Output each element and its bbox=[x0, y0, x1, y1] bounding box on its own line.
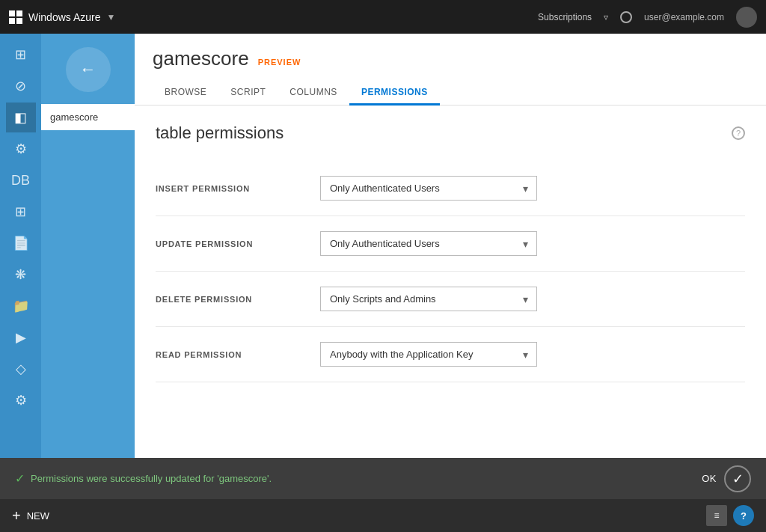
nav-sidebar: ← gamescore bbox=[41, 34, 135, 458]
read-permission-select-wrapper: Only Authenticated Users Only Scripts an… bbox=[320, 342, 537, 367]
filter-icon: ▿ bbox=[604, 12, 608, 22]
help-icon[interactable]: ? bbox=[732, 126, 745, 140]
sidebar-item-media[interactable]: ▶ bbox=[6, 322, 36, 352]
app-title: gamescore bbox=[153, 47, 249, 70]
main-layout: ⊞ ⊘ ◧ ⚙ DB ⊞ 📄 ❋ 📁 ▶ ◇ ⚙ ← gamescore gam… bbox=[0, 34, 766, 458]
sidebar-item-network[interactable]: ❋ bbox=[6, 260, 36, 290]
bottom-bar: ✓ Permissions were successfully updated … bbox=[0, 458, 766, 499]
app-title-row: gamescore PREVIEW bbox=[153, 47, 748, 70]
tab-columns[interactable]: COLUMNS bbox=[278, 81, 349, 106]
topbar: Windows Azure ▼ Subscriptions ▿ user@exa… bbox=[0, 0, 766, 34]
success-message: ✓ Permissions were successfully updated … bbox=[15, 471, 272, 486]
sidebar-item-diamond[interactable]: ◇ bbox=[6, 354, 36, 384]
back-button[interactable]: ← bbox=[66, 47, 111, 92]
sidebar-item-circle[interactable]: ⊘ bbox=[6, 71, 36, 101]
footer-bar: + NEW ≡ ? bbox=[0, 499, 766, 532]
check-icon: ✓ bbox=[15, 471, 25, 486]
sidebar-item-table[interactable]: ⊞ bbox=[6, 197, 36, 227]
plus-icon: + bbox=[12, 507, 21, 525]
sidebar-item-gear[interactable]: ⚙ bbox=[6, 134, 36, 164]
delete-permission-select[interactable]: Only Authenticated Users Only Scripts an… bbox=[320, 287, 537, 311]
sidebar-item-document[interactable]: 📄 bbox=[6, 228, 36, 258]
user-text[interactable]: user@example.com bbox=[644, 12, 724, 22]
content-tabs: BROWSE SCRIPT COLUMNS PERMISSIONS bbox=[153, 81, 748, 105]
new-button[interactable]: + NEW bbox=[12, 507, 49, 525]
update-permission-select[interactable]: Only Authenticated Users Only Scripts an… bbox=[320, 231, 537, 256]
preview-badge: PREVIEW bbox=[258, 58, 301, 67]
delete-permission-select-wrapper: Only Authenticated Users Only Scripts an… bbox=[320, 287, 537, 311]
sidebar-item-data[interactable]: ◧ bbox=[6, 103, 36, 132]
nav-item-gamescore[interactable]: gamescore bbox=[41, 104, 135, 130]
footer-bar-right: ≡ ? bbox=[706, 505, 754, 526]
insert-permission-select[interactable]: Only Authenticated Users Only Scripts an… bbox=[320, 176, 537, 201]
app-logo: Windows Azure bbox=[9, 10, 100, 24]
update-permission-row: UPDATE PERMISSION Only Authenticated Use… bbox=[156, 216, 745, 272]
new-label: NEW bbox=[27, 510, 49, 522]
content-body: table permissions ? INSERT PERMISSION On… bbox=[135, 106, 766, 458]
chevron-down-icon[interactable]: ▼ bbox=[106, 12, 115, 22]
read-permission-row: READ PERMISSION Only Authenticated Users… bbox=[156, 327, 745, 382]
tab-browse[interactable]: BROWSE bbox=[153, 81, 218, 106]
content-area: gamescore PREVIEW BROWSE SCRIPT COLUMNS … bbox=[135, 34, 766, 458]
ok-check-circle: ✓ bbox=[724, 465, 751, 492]
sidebar-item-file[interactable]: 📁 bbox=[6, 291, 36, 321]
subscriptions-label[interactable]: Subscriptions bbox=[538, 12, 592, 22]
insert-permission-select-wrapper: Only Authenticated Users Only Scripts an… bbox=[320, 176, 537, 201]
section-title: table permissions ? bbox=[156, 123, 745, 143]
topbar-right: Subscriptions ▿ user@example.com bbox=[538, 7, 757, 28]
content-header: gamescore PREVIEW BROWSE SCRIPT COLUMNS … bbox=[135, 34, 766, 106]
tab-permissions[interactable]: PERMISSIONS bbox=[349, 81, 440, 106]
delete-permission-label: DELETE PERMISSION bbox=[156, 295, 290, 304]
list-view-icon[interactable]: ≡ bbox=[706, 505, 727, 526]
success-text: Permissions were successfully updated fo… bbox=[31, 473, 272, 484]
icon-sidebar: ⊞ ⊘ ◧ ⚙ DB ⊞ 📄 ❋ 📁 ▶ ◇ ⚙ bbox=[0, 34, 41, 458]
delete-permission-row: DELETE PERMISSION Only Authenticated Use… bbox=[156, 272, 745, 327]
sidebar-item-database[interactable]: DB bbox=[6, 165, 36, 195]
read-permission-label: READ PERMISSION bbox=[156, 350, 290, 359]
update-permission-label: UPDATE PERMISSION bbox=[156, 239, 290, 248]
windows-icon bbox=[9, 10, 22, 24]
ok-button[interactable]: OK ✓ bbox=[702, 465, 751, 492]
sidebar-item-settings[interactable]: ⚙ bbox=[6, 385, 36, 415]
avatar[interactable] bbox=[736, 7, 757, 28]
tab-script[interactable]: SCRIPT bbox=[218, 81, 278, 106]
ok-label: OK bbox=[702, 473, 717, 484]
globe-icon[interactable] bbox=[620, 11, 632, 23]
insert-permission-label: INSERT PERMISSION bbox=[156, 184, 290, 193]
sidebar-item-grid[interactable]: ⊞ bbox=[6, 40, 36, 70]
read-permission-select[interactable]: Only Authenticated Users Only Scripts an… bbox=[320, 342, 537, 367]
help-button[interactable]: ? bbox=[733, 505, 754, 526]
app-name-label: Windows Azure bbox=[28, 11, 100, 23]
update-permission-select-wrapper: Only Authenticated Users Only Scripts an… bbox=[320, 231, 537, 256]
insert-permission-row: INSERT PERMISSION Only Authenticated Use… bbox=[156, 161, 745, 216]
